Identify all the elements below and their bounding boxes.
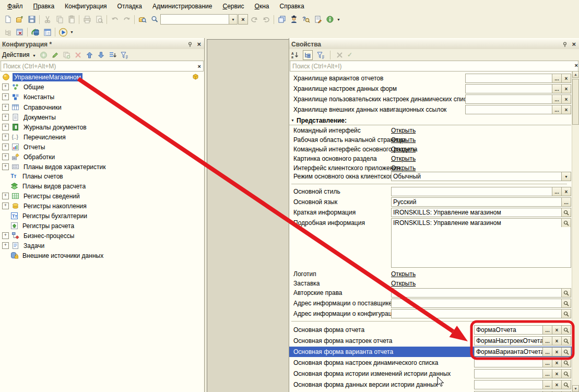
expand-icon[interactable]: + [2, 153, 9, 160]
clear-value-button[interactable]: × [552, 326, 561, 334]
property-logo[interactable]: Логотип Открыть [289, 269, 572, 279]
start-debugging-button[interactable] [57, 27, 69, 38]
tree-item-business-processes[interactable]: + Бизнес-процессы [0, 231, 204, 241]
expand-icon[interactable]: + [2, 242, 9, 249]
default-language-field[interactable]: Русский... [391, 197, 571, 207]
nav-back-button[interactable] [248, 14, 260, 25]
menu-file[interactable]: Файл [2, 1, 28, 12]
clear-value-button[interactable]: × [552, 381, 561, 389]
tree-item-calculation-registers[interactable]: Регистры расчета [0, 221, 204, 231]
clear-value-button[interactable]: × [561, 105, 571, 114]
search-value-button[interactable] [561, 299, 571, 307]
clear-value-button[interactable]: × [552, 359, 561, 367]
undo-button[interactable] [109, 14, 121, 25]
ellipsis-button[interactable]: ... [552, 105, 561, 114]
tree-item-reports[interactable]: + Отчеты [0, 142, 204, 152]
ellipsis-button[interactable]: ... [542, 326, 552, 334]
ellipsis-button[interactable]: ... [552, 74, 561, 82]
expand-icon[interactable]: + [2, 144, 9, 150]
expand-icon[interactable]: + [2, 134, 9, 140]
property-configuration-information-address[interactable]: Адрес информации о конфигурации [289, 308, 572, 319]
external-nav-links-storage-field[interactable]: ...× [465, 105, 571, 114]
scroll-down-icon[interactable]: ▼ [572, 385, 579, 392]
scrollbar-thumb[interactable] [572, 79, 579, 125]
clear-value-button[interactable]: × [561, 95, 571, 103]
menu-configuration[interactable]: Конфигурация [60, 1, 112, 12]
default-dynamic-list-settings-form-field[interactable]: ...× [474, 358, 571, 367]
search-combobox[interactable]: ▼ [160, 14, 238, 25]
vendor-information-address-field[interactable] [391, 299, 571, 308]
group-by-categories-icon[interactable] [303, 50, 313, 60]
default-report-form-field[interactable]: ФормаОтчета...× [474, 325, 571, 335]
tree-item-charts-of-calculation-types[interactable]: Планы видов расчета [0, 181, 204, 191]
search-value-button[interactable] [561, 337, 571, 345]
help-search-button[interactable]: ? [300, 14, 312, 25]
tree-item-configuration-root[interactable]: УправлениеМагазином [0, 72, 204, 82]
copy-add-icon[interactable] [63, 51, 70, 59]
save-button[interactable] [26, 14, 38, 25]
tree-item-charts-of-characteristic-types[interactable]: + Планы видов характеристик [0, 162, 204, 172]
clear-value-button[interactable]: × [561, 85, 571, 93]
property-dynamic-lists-user-settings-storage[interactable]: Хранилище пользовательских настроек дина… [289, 94, 572, 104]
property-command-interface[interactable]: Командный интерфейс Открыть [289, 125, 572, 136]
print-preview-button[interactable] [93, 14, 105, 25]
search-value-button[interactable] [561, 219, 571, 227]
expand-icon[interactable]: + [2, 193, 9, 199]
search-value-button[interactable] [561, 381, 571, 389]
menu-edit[interactable]: Правка [28, 1, 60, 12]
main-style-field[interactable]: ...× [391, 187, 571, 196]
print-button[interactable] [81, 14, 93, 25]
menu-tools[interactable]: Сервис [217, 1, 249, 12]
clear-value-button[interactable]: × [552, 348, 561, 356]
property-brief-information[interactable]: Краткая информация IRONSKILLS: Управлени… [289, 207, 572, 218]
pin-icon[interactable] [187, 42, 193, 47]
ellipsis-button[interactable]: ... [542, 359, 552, 367]
default-report-variant-form-field[interactable]: ФормаВариантаОтчета...× [474, 347, 571, 357]
default-report-settings-form-field[interactable]: ФормаНастроекОтчета...× [474, 336, 571, 346]
search-value-button[interactable] [561, 370, 571, 378]
section-presentation[interactable]: ▼ Представление: [289, 116, 571, 125]
copy-windows-button[interactable] [276, 14, 288, 25]
tree-item-charts-of-accounts[interactable]: Тт Планы счетов [0, 171, 204, 181]
dropdown-button[interactable]: ▼ [561, 172, 571, 181]
expand-icon[interactable]: + [2, 232, 9, 239]
open-link[interactable]: Открыть [391, 136, 416, 144]
update-database-config-button[interactable] [29, 27, 41, 38]
search-value-button[interactable] [561, 289, 571, 297]
property-default-dynamic-list-settings-form[interactable]: Основная форма настроек динамического сп… [289, 358, 572, 368]
property-default-language[interactable]: Основной язык Русский... [289, 197, 572, 207]
brief-information-field[interactable]: IRONSKILLS: Управление магазином [391, 208, 571, 217]
configuration-search-box[interactable]: Поиск (Ctrl+Alt+M) × [1, 61, 204, 72]
property-main-section-picture[interactable]: Картинка основного раздела Открыть [289, 153, 572, 164]
property-external-nav-links-storage[interactable]: Хранилище внешних данных навигационных с… [289, 104, 572, 115]
property-detailed-information[interactable]: Подробная информация IRONSKILLS: Управле… [289, 218, 572, 268]
open-link[interactable]: Открыть [391, 270, 416, 278]
main-window-mode-select[interactable]: Обычный▼ [391, 172, 571, 181]
search-value-button[interactable] [561, 208, 571, 217]
configuration-tree-button[interactable] [2, 27, 14, 38]
menu-debug[interactable]: Отладка [112, 1, 147, 12]
property-main-style[interactable]: Основной стиль ...× [289, 186, 572, 197]
tree-item-information-registers[interactable]: + Регистры сведений [0, 191, 204, 201]
open-link[interactable]: Открыть [391, 155, 416, 162]
copyright-field[interactable] [391, 288, 571, 298]
detailed-information-textarea[interactable]: IRONSKILLS: Управление магазином [391, 218, 571, 268]
cancel-edit-icon[interactable] [336, 51, 344, 59]
expand-icon[interactable]: + [2, 163, 9, 170]
tree-item-constants[interactable]: + Константы [0, 92, 204, 102]
form-editor-button[interactable] [41, 27, 53, 38]
property-copyright[interactable]: Авторские права [289, 288, 572, 298]
property-default-report-settings-form[interactable]: Основная форма настроек отчета ФормаНаст… [289, 336, 572, 346]
close-panel-icon[interactable]: × [196, 40, 202, 48]
report-variants-storage-field[interactable]: ...× [465, 74, 571, 83]
info-button[interactable] [324, 14, 336, 25]
clear-properties-search-icon[interactable]: × [575, 62, 578, 68]
property-form-data-settings-storage[interactable]: Хранилище настроек данных форм ...× [289, 84, 572, 94]
clear-value-button[interactable]: × [561, 74, 571, 82]
scroll-up-icon[interactable]: ▲ [572, 71, 579, 78]
ellipsis-button[interactable]: ... [542, 348, 552, 356]
global-search-button[interactable] [136, 14, 148, 25]
toolbar-more-dropdown-icon[interactable]: ▼ [337, 18, 340, 21]
apply-edit-icon[interactable]: ✓ [347, 51, 352, 58]
tree-item-catalogs[interactable]: + Справочники [0, 102, 204, 112]
